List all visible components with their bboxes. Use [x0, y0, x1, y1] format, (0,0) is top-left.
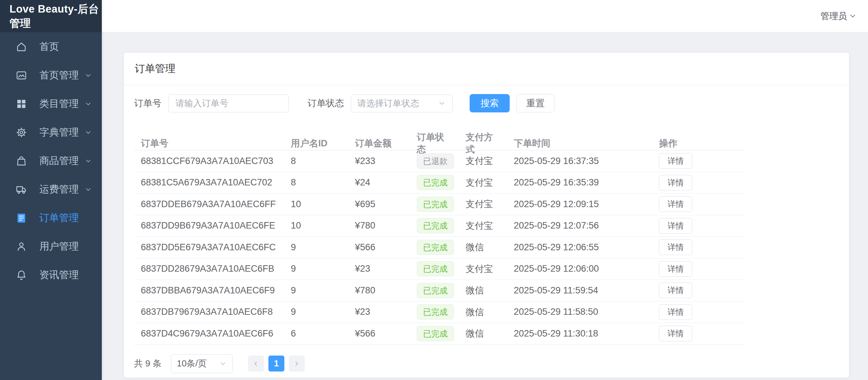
cell-user-id: 10	[284, 220, 348, 231]
cell-actions: 详情	[652, 196, 745, 212]
sidebar-item-home-manage[interactable]: 首页管理	[0, 61, 102, 90]
cell-actions: 详情	[652, 153, 745, 169]
detail-button[interactable]: 详情	[659, 218, 692, 234]
status-badge: 已退款	[417, 153, 454, 169]
cell-order-no: 68381C5A679A3A7A10AEC702	[134, 177, 284, 188]
cell-user-id: 9	[284, 285, 348, 296]
table-row: 6837DBBA679A3A7A10AEC6F9 9 ¥780 已完成 微信 2…	[134, 280, 745, 302]
chevron-down-icon	[437, 99, 446, 108]
main-content: 订单管理 订单号 订单状态 请选择订单状态 搜索 重置	[102, 32, 868, 380]
status-badge: 已完成	[417, 197, 454, 212]
status-badge: 已完成	[417, 175, 454, 190]
cell-actions: 详情	[652, 218, 745, 234]
sidebar-item-product[interactable]: 商品管理	[0, 147, 102, 175]
table-row: 6837DB79679A3A7A10AEC6F8 9 ¥23 已完成 微信 20…	[134, 302, 745, 323]
sidebar-item-label: 运费管理	[39, 183, 79, 196]
detail-button[interactable]: 详情	[659, 283, 692, 298]
cell-status: 已退款	[410, 153, 459, 169]
detail-button[interactable]: 详情	[659, 239, 692, 255]
cell-order-no: 68381CCF679A3A7A10AEC703	[134, 156, 284, 166]
grid-icon	[15, 98, 27, 110]
cell-status: 已完成	[410, 197, 459, 212]
status-badge: 已完成	[417, 283, 454, 298]
user-icon	[15, 240, 27, 253]
sidebar-item-news[interactable]: 资讯管理	[0, 261, 102, 289]
prev-page-button[interactable]	[248, 356, 264, 372]
status-badge: 已完成	[417, 261, 454, 276]
sidebar-item-category[interactable]: 类目管理	[0, 90, 102, 118]
status-badge: 已完成	[417, 218, 454, 233]
sidebar: Love Beauty-后台管理 首页 首页管理 类目管理	[0, 0, 102, 380]
cell-actions: 详情	[652, 283, 745, 298]
table-row: 6837DDEB679A3A7A10AEC6FF 10 ¥695 已完成 支付宝…	[134, 194, 745, 215]
table-row: 6837DD9B679A3A7A10AEC6FE 10 ¥780 已完成 支付宝…	[134, 215, 745, 237]
status-badge: 已完成	[417, 240, 454, 255]
sidebar-item-label: 首页管理	[39, 69, 79, 82]
chevron-down-icon	[84, 157, 92, 165]
sidebar-item-home[interactable]: 首页	[0, 33, 102, 61]
sidebar-item-dictionary[interactable]: 字典管理	[0, 118, 102, 147]
detail-button[interactable]: 详情	[659, 304, 692, 320]
cell-payment: 微信	[459, 306, 507, 318]
sidebar-item-label: 字典管理	[39, 126, 79, 139]
cell-status: 已完成	[410, 304, 459, 320]
order-document-icon	[15, 212, 27, 224]
column-header: 用户名ID	[284, 137, 348, 149]
page-number-button[interactable]: 1	[268, 356, 284, 372]
cell-payment: 支付宝	[459, 198, 507, 210]
cell-status: 已完成	[410, 175, 459, 190]
detail-button[interactable]: 详情	[659, 326, 692, 341]
cell-amount: ¥566	[348, 242, 410, 253]
sidebar-item-orders[interactable]: 订单管理	[0, 204, 102, 232]
cell-actions: 详情	[652, 326, 745, 341]
select-placeholder: 请选择订单状态	[357, 97, 419, 109]
home-icon	[15, 41, 27, 53]
detail-button[interactable]: 详情	[659, 196, 692, 212]
cell-amount: ¥23	[348, 307, 410, 317]
cell-status: 已完成	[410, 326, 459, 341]
table-row: 6837D4C9679A3A7A10AEC6F6 6 ¥566 已完成 微信 2…	[134, 323, 745, 345]
sidebar-item-shipping[interactable]: 运费管理	[0, 175, 102, 204]
table-body: 68381CCF679A3A7A10AEC703 8 ¥233 已退款 支付宝 …	[134, 150, 745, 345]
order-no-label: 订单号	[134, 97, 162, 109]
shopping-bag-icon	[15, 155, 27, 167]
chevron-down-icon	[219, 360, 227, 368]
sidebar-item-users[interactable]: 用户管理	[0, 232, 102, 261]
cell-status: 已完成	[410, 261, 459, 276]
cell-payment: 微信	[459, 284, 507, 296]
order-no-input[interactable]	[168, 94, 289, 112]
cell-order-no: 6837D4C9679A3A7A10AEC6F6	[134, 328, 284, 339]
sidebar-menu: 首页 首页管理 类目管理 字典管理	[0, 32, 102, 289]
chevron-down-icon	[84, 100, 92, 108]
order-management-card: 订单管理 订单号 订单状态 请选择订单状态 搜索 重置	[124, 53, 849, 378]
column-header: 操作	[652, 137, 745, 149]
cell-order-no: 6837DD5E679A3A7A10AEC6FC	[134, 242, 284, 253]
chevron-down-icon	[848, 12, 857, 20]
cell-time: 2025-05-29 11:30:18	[507, 328, 652, 339]
next-page-button[interactable]	[289, 356, 305, 372]
truck-icon	[15, 183, 27, 196]
table-row: 68381CCF679A3A7A10AEC703 8 ¥233 已退款 支付宝 …	[134, 150, 745, 172]
sidebar-item-label: 订单管理	[39, 211, 79, 225]
cell-time: 2025-05-29 16:37:35	[507, 156, 652, 166]
cell-amount: ¥780	[348, 285, 410, 296]
column-header: 支付方式	[459, 131, 507, 156]
detail-button[interactable]: 详情	[659, 261, 692, 277]
detail-button[interactable]: 详情	[659, 153, 692, 169]
chevron-down-icon	[84, 128, 92, 137]
cell-payment: 支付宝	[459, 155, 507, 167]
sidebar-item-label: 资讯管理	[39, 268, 79, 282]
cell-payment: 支付宝	[459, 263, 507, 275]
search-button[interactable]: 搜索	[470, 94, 510, 112]
table-row: 6837DD5E679A3A7A10AEC6FC 9 ¥566 已完成 微信 2…	[134, 237, 745, 258]
user-dropdown[interactable]: 管理员	[820, 10, 857, 22]
chevron-down-icon	[84, 185, 92, 194]
reset-button[interactable]: 重置	[516, 94, 554, 112]
detail-button[interactable]: 详情	[659, 175, 692, 191]
cell-order-no: 6837DD28679A3A7A10AEC6FB	[134, 264, 284, 274]
cell-amount: ¥23	[348, 264, 410, 274]
page-size-select[interactable]: 10条/页	[171, 354, 233, 373]
cell-user-id: 6	[284, 328, 348, 339]
order-status-select[interactable]: 请选择订单状态	[351, 94, 453, 112]
bell-icon	[15, 269, 27, 281]
